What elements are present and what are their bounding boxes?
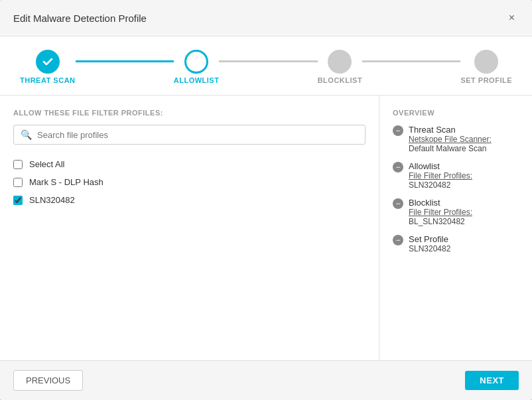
step-line-3 — [362, 60, 460, 62]
overview-icon-allowlist — [393, 162, 403, 172]
checkbox-select-all-input[interactable] — [13, 160, 23, 169]
overview-title-blocklist: Blocklist — [409, 198, 472, 208]
overview-sub-blocklist: BL_SLN320482 — [409, 217, 472, 226]
modal-container: Edit Malware Detection Profile × THREAT … — [0, 0, 532, 400]
checkbox-mark-s[interactable]: Mark S - DLP Hash — [13, 173, 366, 191]
step-threat-scan[interactable]: THREAT SCAN — [20, 50, 76, 84]
overview-title-set-profile: Set Profile — [409, 234, 450, 244]
overview-icon-set-profile — [393, 235, 403, 245]
overview-text-allowlist: Allowlist File Filter Profiles: SLN32048… — [409, 161, 472, 190]
step-line-1 — [76, 60, 174, 62]
wizard-steps: THREAT SCAN ALLOWLIST BLOCKLIST SET PROF… — [0, 36, 532, 96]
step-circle-blocklist — [328, 50, 352, 74]
step-circle-allowlist — [184, 50, 208, 74]
overview-set-profile: Set Profile SLN320482 — [393, 234, 519, 253]
step-label-allowlist: ALLOWLIST — [174, 76, 220, 84]
previous-button[interactable]: PREVIOUS — [13, 370, 83, 391]
checkbox-sln320482-input[interactable] — [13, 196, 23, 205]
overview-text-threat-scan: Threat Scan Netskope File Scanner: Defau… — [409, 125, 492, 153]
modal-title: Edit Malware Detection Profile — [13, 13, 147, 24]
overview-text-set-profile: Set Profile SLN320482 — [409, 234, 450, 253]
checkbox-select-all-label[interactable]: Select All — [29, 159, 64, 169]
step-label-set-profile: SET PROFILE — [460, 76, 512, 84]
overview-sub-threat-scan: Default Malware Scan — [409, 144, 492, 153]
checkbox-mark-s-label[interactable]: Mark S - DLP Hash — [29, 177, 103, 187]
checkbox-mark-s-input[interactable] — [13, 178, 23, 187]
checkbox-sln320482-label[interactable]: SLN320482 — [29, 195, 75, 205]
step-line-2 — [219, 60, 317, 62]
step-label-blocklist: BLOCKLIST — [318, 76, 362, 84]
right-section-label: OVERVIEW — [393, 109, 519, 117]
overview-blocklist: Blocklist File Filter Profiles: BL_SLN32… — [393, 198, 519, 226]
modal-header: Edit Malware Detection Profile × — [0, 0, 532, 36]
checkbox-sln320482[interactable]: SLN320482 — [13, 191, 366, 209]
next-button[interactable]: NEXT — [465, 371, 519, 390]
overview-sub-underline-blocklist: File Filter Profiles: — [409, 208, 472, 217]
overview-icon-blocklist — [393, 198, 403, 209]
step-circle-set-profile — [474, 50, 498, 74]
overview-allowlist: Allowlist File Filter Profiles: SLN32048… — [393, 161, 519, 190]
overview-title-threat-scan: Threat Scan — [409, 125, 492, 135]
checkbox-select-all[interactable]: Select All — [13, 155, 366, 173]
step-set-profile[interactable]: SET PROFILE — [460, 50, 512, 84]
overview-title-allowlist: Allowlist — [409, 161, 472, 171]
overview-threat-scan: Threat Scan Netskope File Scanner: Defau… — [393, 125, 519, 153]
search-input[interactable] — [37, 130, 358, 140]
overview-sub-set-profile: SLN320482 — [409, 244, 450, 253]
overview-sub-allowlist: SLN320482 — [409, 180, 472, 190]
overview-sub-underline-threat-scan: Netskope File Scanner: — [409, 135, 492, 144]
step-label-threat-scan: THREAT SCAN — [20, 76, 76, 84]
step-circle-threat-scan — [36, 50, 60, 74]
main-content: ALLOW THESE FILE FILTER PROFILES: 🔍 Sele… — [0, 96, 532, 360]
step-allowlist[interactable]: ALLOWLIST — [174, 50, 220, 84]
search-box[interactable]: 🔍 — [13, 125, 366, 145]
step-blocklist[interactable]: BLOCKLIST — [318, 50, 362, 84]
left-section-label: ALLOW THESE FILE FILTER PROFILES: — [13, 109, 366, 117]
modal-footer: PREVIOUS NEXT — [0, 360, 532, 400]
right-panel: OVERVIEW Threat Scan Netskope File Scann… — [379, 96, 532, 360]
steps-container: THREAT SCAN ALLOWLIST BLOCKLIST SET PROF… — [20, 50, 512, 84]
overview-sub-underline-allowlist: File Filter Profiles: — [409, 171, 472, 180]
overview-text-blocklist: Blocklist File Filter Profiles: BL_SLN32… — [409, 198, 472, 226]
close-button[interactable]: × — [505, 11, 519, 25]
overview-icon-threat-scan — [393, 125, 403, 136]
search-icon: 🔍 — [21, 129, 32, 140]
left-panel: ALLOW THESE FILE FILTER PROFILES: 🔍 Sele… — [0, 96, 379, 360]
